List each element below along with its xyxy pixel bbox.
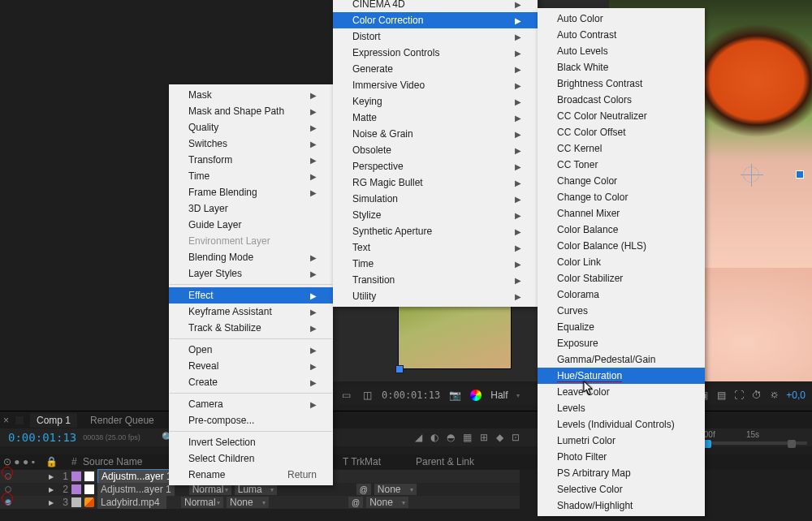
menu-item-camera[interactable]: Camera▶: [169, 396, 333, 412]
menu-item-pre-compose[interactable]: Pre-compose...: [169, 412, 333, 428]
menu-item-layer-styles[interactable]: Layer Styles▶: [169, 265, 333, 282]
menu-item-blending-mode[interactable]: Blending Mode▶: [169, 249, 333, 265]
menu-item-brightness-contrast[interactable]: Brightness Contrast: [538, 75, 705, 92]
expand-icon[interactable]: ▶: [49, 486, 54, 493]
label-color-swatch[interactable]: [71, 497, 81, 507]
menu-item-perspective[interactable]: Perspective▶: [333, 158, 538, 174]
layer-name[interactable]: Adjustm...ayer 1: [97, 483, 175, 496]
menu-item-black-white[interactable]: Black White: [538, 59, 705, 75]
menu-item-text[interactable]: Text▶: [333, 239, 538, 256]
menu-item-select-children[interactable]: Select Children: [169, 450, 333, 467]
menu-item-3d-layer[interactable]: 3D Layer: [169, 200, 333, 217]
menu-item-stylize[interactable]: Stylize▶: [333, 207, 538, 223]
magnification-icon[interactable]: ▭: [339, 389, 352, 402]
menu-item-color-correction[interactable]: Color Correction▶: [333, 12, 538, 28]
menu-item-lumetri-color[interactable]: Lumetri Color: [538, 433, 705, 449]
menu-item-exposure[interactable]: Exposure: [538, 335, 705, 351]
parent-pickwhip-icon[interactable]: @: [356, 484, 371, 495]
close-tab-icon[interactable]: ×: [3, 415, 9, 426]
menu-item-rename[interactable]: RenameReturn: [169, 467, 333, 483]
label-color-swatch[interactable]: [71, 471, 81, 481]
menu-item-auto-color[interactable]: Auto Color: [538, 11, 705, 27]
menu-item-expression-controls[interactable]: Expression Controls▶: [333, 45, 538, 61]
label-color-swatch[interactable]: [71, 484, 81, 494]
track-matte-dropdown[interactable]: Luma▾: [235, 484, 277, 495]
menu-item-generate[interactable]: Generate▶: [333, 61, 538, 77]
motion-blur-icon[interactable]: ◓: [447, 432, 455, 443]
menu-item-quality[interactable]: Quality▶: [169, 119, 333, 136]
menu-item-noise-grain[interactable]: Noise & Grain▶: [333, 126, 538, 142]
expand-icon[interactable]: ▶: [49, 499, 54, 506]
menu-item-transition[interactable]: Transition▶: [333, 272, 538, 288]
menu-item-keying[interactable]: Keying▶: [333, 93, 538, 110]
columns-icon[interactable]: ⊞: [480, 432, 488, 443]
composition-tab[interactable]: Comp 1: [30, 413, 77, 428]
menu-item-selective-color[interactable]: Selective Color: [538, 481, 705, 497]
menu-item-cc-kernel[interactable]: CC Kernel: [538, 140, 705, 157]
menu-item-hue-saturation[interactable]: Hue/Saturation: [538, 368, 705, 384]
grid-toggle-button[interactable]: ◫: [361, 389, 374, 402]
menu-item-auto-levels[interactable]: Auto Levels: [538, 43, 705, 59]
render-queue-tab[interactable]: Render Queue: [84, 413, 161, 428]
menu-item-open[interactable]: Open▶: [169, 342, 333, 358]
menu-item-track-stabilize[interactable]: Track & Stabilize▶: [169, 320, 333, 336]
menu-item-gamma-pedestal-gain[interactable]: Gamma/Pedestal/Gain: [538, 351, 705, 368]
render-icon[interactable]: ⛶: [732, 389, 745, 402]
visibility-toggle-icon[interactable]: [5, 486, 11, 493]
track-matte-dropdown[interactable]: None▾: [227, 497, 269, 508]
menu-item-time[interactable]: Time▶: [169, 168, 333, 184]
exposure-value[interactable]: +0,0: [786, 390, 806, 401]
expand-icon[interactable]: ▶: [49, 473, 54, 480]
blend-mode-dropdown[interactable]: Normal▾: [181, 497, 223, 508]
menu-item-utility[interactable]: Utility▶: [333, 288, 538, 304]
channel-button[interactable]: [469, 389, 482, 402]
parent-pickwhip-icon[interactable]: @: [348, 497, 363, 508]
menu-item-color-balance[interactable]: Color Balance: [538, 222, 705, 238]
menu-item-effect[interactable]: Effect▶: [169, 287, 333, 304]
menu-item-immersive-video[interactable]: Immersive Video▶: [333, 77, 538, 93]
shutter-icon[interactable]: ⛭: [768, 389, 781, 402]
menu-item-color-balance-hls[interactable]: Color Balance (HLS): [538, 238, 705, 254]
menu-item-simulation[interactable]: Simulation▶: [333, 191, 538, 207]
menu-item-change-color[interactable]: Change Color: [538, 173, 705, 189]
guides-icon[interactable]: ▤: [715, 389, 728, 402]
menu-item-create[interactable]: Create▶: [169, 374, 333, 390]
menu-item-distort[interactable]: Distort▶: [333, 28, 538, 45]
menu-item-channel-mixer[interactable]: Channel Mixer: [538, 205, 705, 222]
menu-item-colorama[interactable]: Colorama: [538, 286, 705, 303]
parent-dropdown[interactable]: None▾: [366, 497, 408, 508]
blend-mode-dropdown[interactable]: Normal▾: [189, 484, 231, 495]
menu-item-switches[interactable]: Switches▶: [169, 136, 333, 152]
layer-name[interactable]: Adjustm...ayer 1: [97, 469, 176, 484]
menu-item-shadow-highlight[interactable]: Shadow/Highlight: [538, 497, 705, 514]
transform-handle[interactable]: [796, 170, 804, 179]
menu-item-ps-arbitrary-map[interactable]: PS Arbitrary Map: [538, 465, 705, 481]
layer-name[interactable]: Ladybird.mp4: [97, 496, 166, 509]
menu-item-curves[interactable]: Curves: [538, 303, 705, 319]
marker-icon[interactable]: ◆: [496, 432, 503, 443]
menu-item-levels-individual-controls[interactable]: Levels (Individual Controls): [538, 416, 705, 433]
layer-row[interactable]: ▶ 3 Ladybird.mp4 Normal▾ None▾ @ None▾: [0, 496, 520, 509]
frame-blend-icon[interactable]: ◐: [430, 432, 438, 443]
shy-toggle-icon[interactable]: ◢: [415, 432, 422, 443]
snapshot-button[interactable]: 📷: [448, 389, 461, 402]
menu-item-keyframe-assistant[interactable]: Keyframe Assistant▶: [169, 304, 333, 320]
menu-item-guide-layer[interactable]: Guide Layer: [169, 217, 333, 233]
menu-item-leave-color[interactable]: Leave Color: [538, 384, 705, 400]
menu-item-cc-color-offset[interactable]: CC Color Offset: [538, 124, 705, 140]
menu-item-broadcast-colors[interactable]: Broadcast Colors: [538, 92, 705, 108]
menu-item-photo-filter[interactable]: Photo Filter: [538, 449, 705, 465]
parent-dropdown[interactable]: None▾: [374, 484, 417, 495]
menu-item-color-stabilizer[interactable]: Color Stabilizer: [538, 270, 705, 286]
menu-item-color-link[interactable]: Color Link: [538, 254, 705, 270]
menu-item-reveal[interactable]: Reveal▶: [169, 358, 333, 374]
menu-item-frame-blending[interactable]: Frame Blending▶: [169, 184, 333, 200]
menu-item-invert-selection[interactable]: Invert Selection: [169, 434, 333, 450]
menu-item-equalize[interactable]: Equalize: [538, 319, 705, 335]
menu-item-mask-and-shape-path[interactable]: Mask and Shape Path▶: [169, 103, 333, 119]
menu-item-rg-magic-bullet[interactable]: RG Magic Bullet▶: [333, 174, 538, 191]
menu-item-synthetic-aperture[interactable]: Synthetic Aperture▶: [333, 223, 538, 239]
menu-item-change-to-color[interactable]: Change to Color: [538, 189, 705, 205]
current-timecode[interactable]: 0:00:01:13: [8, 431, 76, 444]
menu-item-transform[interactable]: Transform▶: [169, 152, 333, 168]
